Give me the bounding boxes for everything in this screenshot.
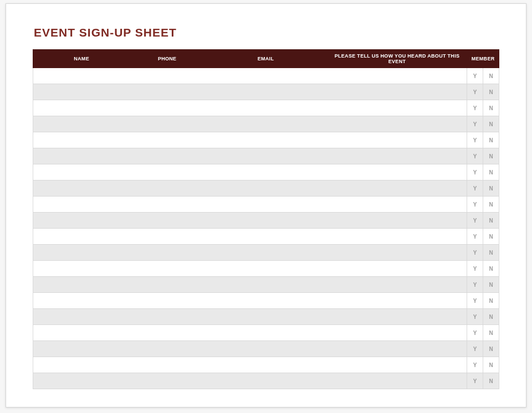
cell-phone[interactable] [130,148,204,164]
cell-name[interactable] [33,293,130,309]
cell-name[interactable] [33,245,130,261]
cell-email[interactable] [204,357,328,373]
member-no[interactable]: N [483,325,499,341]
cell-phone[interactable] [130,84,204,100]
member-yes[interactable]: Y [467,213,483,229]
cell-email[interactable] [204,68,328,84]
cell-email[interactable] [204,341,328,357]
cell-heard[interactable] [327,373,467,389]
member-no[interactable]: N [483,132,499,148]
cell-heard[interactable] [327,68,467,84]
member-yes[interactable]: Y [467,309,483,325]
member-no[interactable]: N [483,197,499,213]
cell-name[interactable] [33,325,130,341]
cell-name[interactable] [33,180,130,197]
cell-heard[interactable] [327,148,467,164]
cell-phone[interactable] [130,373,204,389]
cell-phone[interactable] [130,164,204,180]
member-yes[interactable]: Y [467,229,483,245]
cell-email[interactable] [204,309,328,325]
member-yes[interactable]: Y [467,373,483,389]
cell-name[interactable] [33,261,130,277]
cell-heard[interactable] [327,84,467,100]
cell-heard[interactable] [327,229,467,245]
cell-heard[interactable] [327,132,467,148]
cell-name[interactable] [33,84,130,100]
cell-phone[interactable] [130,277,204,293]
member-yes[interactable]: Y [467,116,483,132]
cell-email[interactable] [204,325,328,341]
cell-heard[interactable] [327,261,467,277]
cell-heard[interactable] [327,357,467,373]
member-no[interactable]: N [483,116,499,132]
cell-phone[interactable] [130,213,204,229]
cell-name[interactable] [33,116,130,132]
member-no[interactable]: N [483,373,499,389]
member-yes[interactable]: Y [467,245,483,261]
cell-name[interactable] [33,68,130,84]
member-yes[interactable]: Y [467,197,483,213]
cell-name[interactable] [33,132,130,148]
cell-name[interactable] [33,357,130,373]
cell-phone[interactable] [130,180,204,197]
member-no[interactable]: N [483,229,499,245]
member-yes[interactable]: Y [467,261,483,277]
cell-heard[interactable] [327,197,467,213]
member-no[interactable]: N [483,100,499,116]
member-yes[interactable]: Y [467,325,483,341]
member-no[interactable]: N [483,84,499,100]
member-yes[interactable]: Y [467,164,483,180]
cell-heard[interactable] [327,180,467,197]
cell-phone[interactable] [130,229,204,245]
cell-email[interactable] [204,180,328,197]
member-no[interactable]: N [483,293,499,309]
member-yes[interactable]: Y [467,132,483,148]
member-yes[interactable]: Y [467,84,483,100]
cell-name[interactable] [33,148,130,164]
cell-name[interactable] [33,197,130,213]
cell-phone[interactable] [130,341,204,357]
cell-phone[interactable] [130,261,204,277]
cell-email[interactable] [204,373,328,389]
cell-phone[interactable] [130,245,204,261]
cell-email[interactable] [204,277,328,293]
cell-phone[interactable] [130,309,204,325]
cell-heard[interactable] [327,341,467,357]
member-no[interactable]: N [483,341,499,357]
member-yes[interactable]: Y [467,100,483,116]
cell-heard[interactable] [327,164,467,180]
cell-heard[interactable] [327,277,467,293]
cell-email[interactable] [204,213,328,229]
member-no[interactable]: N [483,245,499,261]
cell-email[interactable] [204,164,328,180]
cell-email[interactable] [204,100,328,116]
member-yes[interactable]: Y [467,148,483,164]
cell-name[interactable] [33,164,130,180]
cell-email[interactable] [204,148,328,164]
cell-heard[interactable] [327,309,467,325]
cell-phone[interactable] [130,132,204,148]
member-no[interactable]: N [483,180,499,197]
cell-name[interactable] [33,373,130,389]
cell-email[interactable] [204,132,328,148]
member-yes[interactable]: Y [467,357,483,373]
cell-email[interactable] [204,293,328,309]
member-no[interactable]: N [483,164,499,180]
cell-email[interactable] [204,229,328,245]
member-no[interactable]: N [483,261,499,277]
member-no[interactable]: N [483,148,499,164]
cell-email[interactable] [204,245,328,261]
member-yes[interactable]: Y [467,68,483,84]
cell-phone[interactable] [130,68,204,84]
cell-email[interactable] [204,84,328,100]
member-yes[interactable]: Y [467,180,483,197]
cell-name[interactable] [33,100,130,116]
cell-phone[interactable] [130,293,204,309]
member-no[interactable]: N [483,68,499,84]
cell-name[interactable] [33,229,130,245]
member-no[interactable]: N [483,309,499,325]
member-yes[interactable]: Y [467,277,483,293]
cell-email[interactable] [204,261,328,277]
member-yes[interactable]: Y [467,341,483,357]
member-no[interactable]: N [483,357,499,373]
